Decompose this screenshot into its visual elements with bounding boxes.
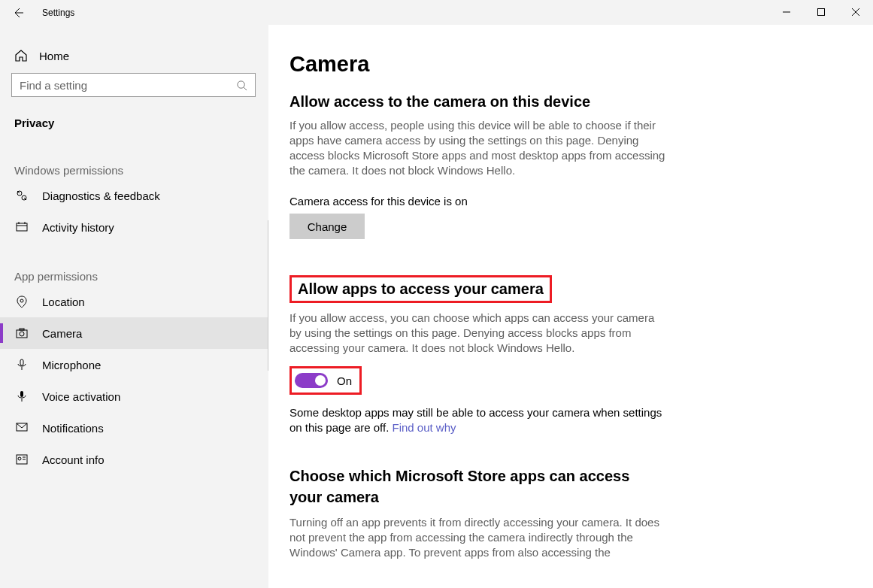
svg-point-26 (18, 457, 21, 460)
section-choose-apps-title: Choose which Microsoft Store apps can ac… (289, 465, 665, 508)
close-button[interactable] (838, 0, 873, 24)
section-allow-apps-title: Allow apps to access your camera (298, 280, 544, 298)
section-allow-apps-desc: If you allow access, you can choose whic… (289, 311, 665, 356)
sidebar-divider (268, 220, 268, 371)
find-out-why-link[interactable]: Find out why (393, 421, 456, 434)
highlight-toggle: On (289, 366, 362, 395)
nav-label: Notifications (42, 422, 104, 435)
nav-label: Location (42, 296, 85, 308)
nav-notifications[interactable]: Notifications (0, 412, 268, 444)
svg-point-14 (20, 299, 23, 302)
nav-label: Microphone (42, 359, 101, 371)
nav-label: Account info (42, 453, 105, 466)
search-icon (236, 80, 247, 91)
svg-rect-1 (818, 9, 825, 16)
nav-account-info[interactable]: Account info (0, 444, 268, 475)
history-icon (14, 220, 29, 234)
svg-line-23 (17, 423, 22, 428)
nav-label: Camera (42, 327, 82, 340)
svg-point-4 (238, 80, 244, 87)
svg-rect-10 (17, 223, 27, 231)
close-icon (852, 8, 859, 16)
change-button[interactable]: Change (289, 214, 365, 239)
section-choose-apps-desc: Turning off an app prevents it from dire… (289, 515, 665, 560)
microphone-icon (14, 358, 29, 371)
nav-activity-history[interactable]: Activity history (0, 211, 268, 243)
back-button[interactable] (0, 0, 36, 25)
svg-rect-17 (20, 329, 24, 330)
nav-microphone[interactable]: Microphone (0, 349, 268, 380)
nav-label: Activity history (42, 221, 114, 234)
highlight-allow-apps-title: Allow apps to access your camera (289, 275, 552, 303)
search-input[interactable] (20, 79, 236, 92)
svg-rect-20 (20, 391, 23, 397)
minimize-button[interactable] (769, 0, 804, 24)
nav-location[interactable]: Location (0, 286, 268, 317)
home-nav[interactable]: Home (0, 41, 268, 70)
desktop-apps-note: Some desktop apps may still be able to a… (289, 405, 665, 435)
search-box[interactable] (11, 73, 256, 97)
allow-apps-toggle[interactable] (295, 373, 328, 388)
section-allow-device-title: Allow access to the camera on this devic… (289, 93, 852, 111)
nav-camera[interactable]: Camera (0, 317, 268, 349)
content-area: Camera Allow access to the camera on thi… (268, 25, 873, 588)
camera-icon (14, 326, 29, 340)
maximize-icon (817, 8, 825, 16)
app-title: Settings (42, 8, 74, 18)
voice-icon (14, 389, 29, 403)
svg-line-24 (22, 423, 27, 428)
location-icon (14, 295, 29, 308)
nav-label: Diagnostics & feedback (42, 189, 160, 202)
nav-diagnostics[interactable]: Diagnostics & feedback (0, 180, 268, 211)
home-icon (14, 49, 28, 62)
camera-access-status: Camera access for this device is on (289, 195, 852, 208)
arrow-left-icon (12, 7, 24, 19)
toggle-state-label: On (337, 374, 352, 387)
sidebar: Home Privacy Windows permissions Diagnos… (0, 25, 268, 588)
section-app-permissions: App permissions (0, 243, 268, 286)
section-windows-permissions: Windows permissions (0, 137, 268, 180)
section-allow-device-desc: If you allow access, people using this d… (289, 118, 665, 178)
category-label: Privacy (0, 106, 268, 137)
svg-line-5 (244, 87, 247, 90)
nav-voice-activation[interactable]: Voice activation (0, 380, 268, 412)
maximize-button[interactable] (804, 0, 838, 24)
account-icon (14, 453, 29, 466)
page-title: Camera (289, 52, 852, 77)
titlebar: Settings (0, 0, 873, 25)
notifications-icon (14, 421, 29, 435)
home-label: Home (39, 50, 69, 62)
minimize-icon (783, 8, 790, 16)
window-controls (769, 0, 873, 24)
svg-point-16 (20, 332, 24, 336)
nav-label: Voice activation (42, 390, 120, 403)
svg-rect-18 (20, 359, 23, 365)
feedback-icon (14, 189, 29, 202)
